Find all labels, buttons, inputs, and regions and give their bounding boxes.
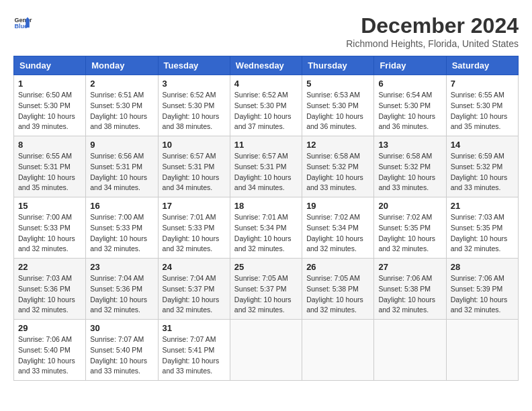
day-number: 10	[163, 140, 226, 150]
day-number: 23	[90, 262, 153, 272]
day-number: 29	[18, 323, 81, 333]
day-number: 16	[90, 201, 153, 211]
calendar-week-row: 22 Sunrise: 7:03 AM Sunset: 5:36 PM Dayl…	[14, 259, 519, 320]
day-number: 4	[234, 79, 298, 89]
weekday-header-saturday: Saturday	[446, 56, 518, 75]
day-number: 22	[18, 262, 81, 272]
title-area: December 2024 Richmond Heights, Florida,…	[346, 13, 519, 49]
day-info: Sunrise: 6:58 AM Sunset: 5:32 PM Dayligh…	[306, 151, 369, 193]
day-number: 27	[378, 262, 441, 272]
weekday-header-tuesday: Tuesday	[158, 56, 230, 75]
calendar-cell	[374, 320, 446, 381]
calendar-cell: 11 Sunrise: 6:57 AM Sunset: 5:31 PM Dayl…	[230, 136, 302, 197]
day-info: Sunrise: 6:59 AM Sunset: 5:32 PM Dayligh…	[451, 151, 514, 193]
calendar-cell: 23 Sunrise: 7:04 AM Sunset: 5:36 PM Dayl…	[86, 259, 158, 320]
calendar-cell: 26 Sunrise: 7:05 AM Sunset: 5:38 PM Dayl…	[302, 259, 374, 320]
day-info: Sunrise: 7:04 AM Sunset: 5:37 PM Dayligh…	[163, 273, 226, 316]
day-info: Sunrise: 6:50 AM Sunset: 5:30 PM Dayligh…	[18, 90, 81, 132]
day-number: 1	[18, 79, 81, 89]
day-number: 26	[306, 262, 369, 272]
weekday-header-thursday: Thursday	[302, 56, 374, 75]
day-number: 5	[306, 79, 369, 89]
day-info: Sunrise: 7:06 AM Sunset: 5:40 PM Dayligh…	[18, 334, 81, 377]
calendar-cell: 13 Sunrise: 6:58 AM Sunset: 5:32 PM Dayl…	[374, 136, 446, 197]
day-info: Sunrise: 7:02 AM Sunset: 5:35 PM Dayligh…	[378, 212, 441, 255]
day-number: 8	[18, 140, 81, 150]
day-info: Sunrise: 7:06 AM Sunset: 5:38 PM Dayligh…	[378, 273, 441, 316]
calendar-cell: 31 Sunrise: 7:07 AM Sunset: 5:41 PM Dayl…	[158, 320, 230, 381]
logo-icon: General Blue	[13, 13, 32, 32]
day-info: Sunrise: 7:00 AM Sunset: 5:33 PM Dayligh…	[90, 212, 153, 255]
calendar-cell: 27 Sunrise: 7:06 AM Sunset: 5:38 PM Dayl…	[374, 259, 446, 320]
day-number: 9	[90, 140, 153, 150]
day-info: Sunrise: 7:07 AM Sunset: 5:40 PM Dayligh…	[90, 334, 153, 377]
day-info: Sunrise: 7:02 AM Sunset: 5:34 PM Dayligh…	[306, 212, 369, 255]
day-number: 2	[90, 79, 153, 89]
calendar-cell: 4 Sunrise: 6:52 AM Sunset: 5:30 PM Dayli…	[230, 75, 302, 136]
day-number: 30	[90, 323, 153, 333]
day-info: Sunrise: 6:57 AM Sunset: 5:31 PM Dayligh…	[163, 151, 226, 193]
day-number: 3	[163, 79, 226, 89]
calendar-cell: 29 Sunrise: 7:06 AM Sunset: 5:40 PM Dayl…	[14, 320, 86, 381]
day-number: 13	[378, 140, 441, 150]
calendar-cell: 25 Sunrise: 7:05 AM Sunset: 5:37 PM Dayl…	[230, 259, 302, 320]
day-info: Sunrise: 7:00 AM Sunset: 5:33 PM Dayligh…	[18, 212, 81, 255]
day-number: 12	[306, 140, 369, 150]
day-number: 20	[378, 201, 441, 211]
day-info: Sunrise: 6:55 AM Sunset: 5:30 PM Dayligh…	[451, 90, 514, 132]
calendar-cell: 1 Sunrise: 6:50 AM Sunset: 5:30 PM Dayli…	[14, 75, 86, 136]
calendar-cell: 16 Sunrise: 7:00 AM Sunset: 5:33 PM Dayl…	[86, 197, 158, 259]
calendar-table: SundayMondayTuesdayWednesdayThursdayFrid…	[13, 56, 519, 381]
day-number: 18	[234, 201, 298, 211]
day-info: Sunrise: 6:53 AM Sunset: 5:30 PM Dayligh…	[306, 90, 369, 132]
day-number: 25	[234, 262, 298, 272]
day-number: 31	[163, 323, 226, 333]
day-info: Sunrise: 6:57 AM Sunset: 5:31 PM Dayligh…	[234, 151, 298, 193]
calendar-cell: 3 Sunrise: 6:52 AM Sunset: 5:30 PM Dayli…	[158, 75, 230, 136]
calendar-cell: 2 Sunrise: 6:51 AM Sunset: 5:30 PM Dayli…	[86, 75, 158, 136]
calendar-cell: 7 Sunrise: 6:55 AM Sunset: 5:30 PM Dayli…	[446, 75, 518, 136]
weekday-header-friday: Friday	[374, 56, 446, 75]
day-info: Sunrise: 7:03 AM Sunset: 5:35 PM Dayligh…	[451, 212, 514, 255]
calendar-cell: 20 Sunrise: 7:02 AM Sunset: 5:35 PM Dayl…	[374, 197, 446, 259]
day-number: 7	[451, 79, 514, 89]
day-number: 21	[451, 201, 514, 211]
calendar-cell: 19 Sunrise: 7:02 AM Sunset: 5:34 PM Dayl…	[302, 197, 374, 259]
day-info: Sunrise: 6:54 AM Sunset: 5:30 PM Dayligh…	[378, 90, 441, 132]
calendar-cell: 30 Sunrise: 7:07 AM Sunset: 5:40 PM Dayl…	[86, 320, 158, 381]
day-info: Sunrise: 6:58 AM Sunset: 5:32 PM Dayligh…	[378, 151, 441, 193]
calendar-cell: 14 Sunrise: 6:59 AM Sunset: 5:32 PM Dayl…	[446, 136, 518, 197]
day-info: Sunrise: 7:05 AM Sunset: 5:38 PM Dayligh…	[306, 273, 369, 316]
calendar-week-row: 29 Sunrise: 7:06 AM Sunset: 5:40 PM Dayl…	[14, 320, 519, 381]
calendar-cell: 9 Sunrise: 6:56 AM Sunset: 5:31 PM Dayli…	[86, 136, 158, 197]
day-number: 19	[306, 201, 369, 211]
day-info: Sunrise: 6:52 AM Sunset: 5:30 PM Dayligh…	[163, 90, 226, 132]
calendar-week-row: 15 Sunrise: 7:00 AM Sunset: 5:33 PM Dayl…	[14, 197, 519, 259]
day-info: Sunrise: 7:01 AM Sunset: 5:33 PM Dayligh…	[163, 212, 226, 255]
calendar-cell	[302, 320, 374, 381]
day-number: 11	[234, 140, 298, 150]
weekday-header-monday: Monday	[86, 56, 158, 75]
day-info: Sunrise: 7:07 AM Sunset: 5:41 PM Dayligh…	[163, 334, 226, 377]
logo: General Blue	[13, 13, 32, 32]
page-header: General Blue December 2024 Richmond Heig…	[13, 13, 519, 49]
calendar-cell	[446, 320, 518, 381]
day-info: Sunrise: 7:04 AM Sunset: 5:36 PM Dayligh…	[90, 273, 153, 316]
day-info: Sunrise: 6:51 AM Sunset: 5:30 PM Dayligh…	[90, 90, 153, 132]
calendar-cell: 15 Sunrise: 7:00 AM Sunset: 5:33 PM Dayl…	[14, 197, 86, 259]
calendar-cell: 5 Sunrise: 6:53 AM Sunset: 5:30 PM Dayli…	[302, 75, 374, 136]
day-number: 15	[18, 201, 81, 211]
calendar-cell: 21 Sunrise: 7:03 AM Sunset: 5:35 PM Dayl…	[446, 197, 518, 259]
calendar-cell: 28 Sunrise: 7:06 AM Sunset: 5:39 PM Dayl…	[446, 259, 518, 320]
calendar-cell: 17 Sunrise: 7:01 AM Sunset: 5:33 PM Dayl…	[158, 197, 230, 259]
svg-text:Blue: Blue	[14, 23, 28, 30]
day-number: 17	[163, 201, 226, 211]
calendar-cell: 22 Sunrise: 7:03 AM Sunset: 5:36 PM Dayl…	[14, 259, 86, 320]
weekday-header-sunday: Sunday	[14, 56, 86, 75]
day-info: Sunrise: 6:56 AM Sunset: 5:31 PM Dayligh…	[90, 151, 153, 193]
calendar-cell: 8 Sunrise: 6:55 AM Sunset: 5:31 PM Dayli…	[14, 136, 86, 197]
day-number: 6	[378, 79, 441, 89]
calendar-week-row: 8 Sunrise: 6:55 AM Sunset: 5:31 PM Dayli…	[14, 136, 519, 197]
calendar-cell	[230, 320, 302, 381]
day-info: Sunrise: 6:52 AM Sunset: 5:30 PM Dayligh…	[234, 90, 298, 132]
